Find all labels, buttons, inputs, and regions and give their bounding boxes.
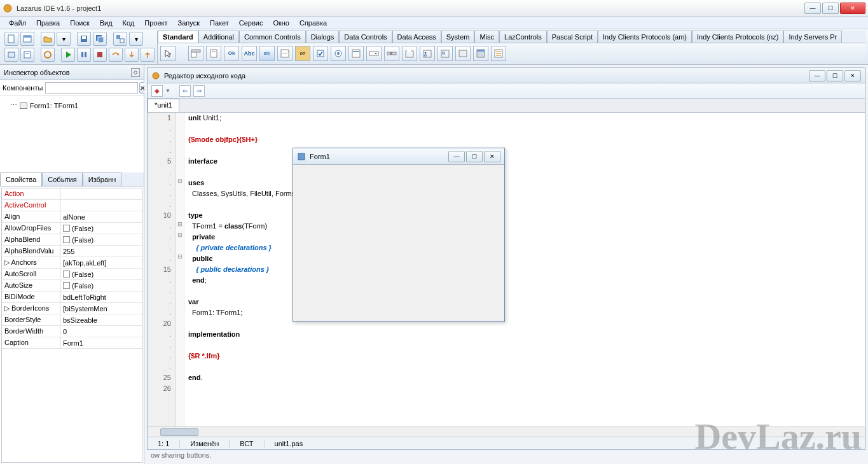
- prop-row-BiDiMode[interactable]: BiDiModebdLeftToRight: [2, 292, 142, 303]
- run-button[interactable]: [61, 48, 75, 62]
- prop-row-BorderStyle[interactable]: BorderStylebsSizeable: [2, 314, 142, 326]
- step-into-button[interactable]: [125, 48, 139, 62]
- component-tab-additional[interactable]: Additional: [198, 31, 239, 43]
- selection-tool[interactable]: [160, 46, 176, 61]
- step-out-button[interactable]: [141, 48, 155, 62]
- save-all-button[interactable]: [93, 32, 107, 46]
- view-forms-button[interactable]: [4, 48, 18, 62]
- tcheckbox-component[interactable]: [313, 46, 328, 61]
- component-tab-pascal-script[interactable]: Pascal Script: [547, 31, 598, 43]
- pin-icon[interactable]: ◇: [131, 68, 140, 77]
- property-grid[interactable]: ActionActiveControlAlignalNoneAllowDropF…: [1, 188, 142, 463]
- component-tab-misc[interactable]: Misc: [474, 31, 499, 43]
- horizontal-scrollbar[interactable]: [148, 426, 865, 437]
- prop-row-Caption[interactable]: CaptionForm1: [2, 337, 142, 349]
- menu-Окно[interactable]: Окно: [268, 18, 294, 28]
- form-minimize-button[interactable]: —: [448, 151, 465, 162]
- pause-button[interactable]: [77, 48, 91, 62]
- open-recent-button[interactable]: ▾: [57, 32, 71, 46]
- component-tab-data-access[interactable]: Data Access: [392, 31, 441, 43]
- new-unit-button[interactable]: [4, 32, 18, 46]
- file-tab-unit1[interactable]: *unit1: [148, 99, 179, 112]
- save-button[interactable]: [77, 32, 91, 46]
- menu-Поиск[interactable]: Поиск: [65, 18, 94, 28]
- form-designer-titlebar[interactable]: Form1 — ☐ ✕: [293, 148, 504, 165]
- tpopupmenu-component[interactable]: [206, 46, 221, 61]
- view-units2-button[interactable]: [20, 48, 34, 62]
- menu-Файл[interactable]: Файл: [4, 18, 31, 28]
- editor-maximize-button[interactable]: ☐: [827, 70, 843, 81]
- component-tree[interactable]: ⋯ Form1: TForm1: [0, 96, 144, 172]
- close-button[interactable]: ✕: [840, 3, 865, 14]
- component-tab-common-controls[interactable]: Common Controls: [239, 31, 306, 43]
- code-text[interactable]: unit Unit1; {$mode objfpc}{$H+} interfac…: [184, 113, 865, 426]
- prop-tab-1[interactable]: События: [42, 172, 82, 186]
- tlabel-component[interactable]: Abc: [242, 46, 257, 61]
- minimize-button[interactable]: —: [804, 3, 821, 14]
- component-tab-indy-servers-pr[interactable]: Indy Servers Pr: [783, 31, 842, 43]
- menu-Правка[interactable]: Правка: [31, 18, 65, 28]
- editor-minimize-button[interactable]: —: [809, 70, 825, 81]
- open-button[interactable]: [41, 32, 55, 46]
- toggle-form-unit-button[interactable]: [113, 32, 127, 46]
- scrollbar-thumb[interactable]: [160, 428, 198, 436]
- tcheckgroup-component[interactable]: [437, 46, 453, 61]
- prop-row-BorderIcons[interactable]: ▷ BorderIcons[biSystemMen: [2, 303, 142, 314]
- prop-row-Anchors[interactable]: ▷ Anchors[akTop,akLeft]: [2, 257, 142, 269]
- editor-close-button[interactable]: ✕: [844, 70, 861, 81]
- tradiobutton-component[interactable]: [331, 46, 346, 61]
- step-over-button[interactable]: [109, 48, 123, 62]
- form-designer[interactable]: Form1 — ☐ ✕: [293, 148, 505, 322]
- jump-back-button[interactable]: ◆: [151, 85, 163, 97]
- nav-forward-button[interactable]: ⇒: [193, 85, 205, 97]
- prop-tab-0[interactable]: Свойства: [0, 172, 42, 186]
- new-form-button[interactable]: [20, 32, 34, 46]
- tmainmenu-component[interactable]: [188, 46, 203, 61]
- maximize-button[interactable]: ☐: [822, 3, 839, 14]
- tactionlist-component[interactable]: [491, 46, 506, 61]
- fold-gutter[interactable]: ⊟⊟⊟⊟: [176, 113, 184, 426]
- tcombobox-component[interactable]: [366, 46, 382, 61]
- tmemo-component[interactable]: [277, 46, 293, 61]
- component-tab-standard[interactable]: Standard: [158, 31, 198, 43]
- build-modes-button[interactable]: [41, 48, 55, 62]
- prop-row-AutoSize[interactable]: AutoSize(False): [2, 280, 142, 292]
- form-close-button[interactable]: ✕: [484, 151, 500, 162]
- prop-row-Align[interactable]: AlignalNone: [2, 211, 142, 223]
- component-tab-data-controls[interactable]: Data Controls: [339, 31, 392, 43]
- menu-Пакет[interactable]: Пакет: [205, 18, 234, 28]
- form-design-surface[interactable]: [293, 165, 504, 321]
- code-area[interactable]: 1...5....10....15....20....2526 ⊟⊟⊟⊟ uni…: [148, 113, 865, 426]
- menu-Проект[interactable]: Проект: [139, 18, 172, 28]
- prop-row-ActiveControl[interactable]: ActiveControl: [2, 200, 142, 211]
- tframe-component[interactable]: [473, 46, 488, 61]
- tgroupbox-component[interactable]: [402, 46, 417, 61]
- tree-item-form1[interactable]: ⋯ Form1: TForm1: [4, 100, 140, 111]
- component-tab-system[interactable]: System: [441, 31, 475, 43]
- menu-Запуск[interactable]: Запуск: [173, 18, 205, 28]
- tlistbox-component[interactable]: [348, 46, 364, 61]
- tbutton-component[interactable]: Ok: [224, 46, 239, 61]
- prop-row-AllowDropFiles[interactable]: AllowDropFiles(False): [2, 223, 142, 234]
- prop-row-AlphaBlend[interactable]: AlphaBlend(False): [2, 234, 142, 246]
- stop-button[interactable]: [93, 48, 107, 62]
- prop-row-AutoScroll[interactable]: AutoScroll(False): [2, 269, 142, 280]
- tpanel-component[interactable]: [455, 46, 471, 61]
- component-filter-input[interactable]: [45, 82, 138, 94]
- tscrollbar-component[interactable]: [384, 46, 399, 61]
- tedit-component[interactable]: ab|: [259, 46, 275, 61]
- tradiogroup-component[interactable]: [420, 46, 435, 61]
- menu-Код[interactable]: Код: [118, 18, 140, 28]
- component-tab-indy-clients-protocols-(nz)[interactable]: Indy Clients Protocols (nz): [692, 31, 783, 43]
- prop-row-BorderWidth[interactable]: BorderWidth0: [2, 326, 142, 337]
- prop-row-Action[interactable]: Action: [2, 188, 142, 200]
- component-tab-lazcontrols[interactable]: LazControls: [499, 31, 547, 43]
- prop-tab-2[interactable]: Избранн: [83, 172, 122, 186]
- component-tab-indy-clients-protocols-(am)[interactable]: Indy Clients Protocols (am): [598, 31, 692, 43]
- dropdown-icon[interactable]: ▼: [165, 88, 170, 94]
- view-units-button[interactable]: ▾: [129, 32, 143, 46]
- component-tab-dialogs[interactable]: Dialogs: [306, 31, 340, 43]
- menu-Справка[interactable]: Справка: [294, 18, 332, 28]
- menu-Сервис[interactable]: Сервис: [234, 18, 268, 28]
- ttogglebox-component[interactable]: on: [295, 46, 310, 61]
